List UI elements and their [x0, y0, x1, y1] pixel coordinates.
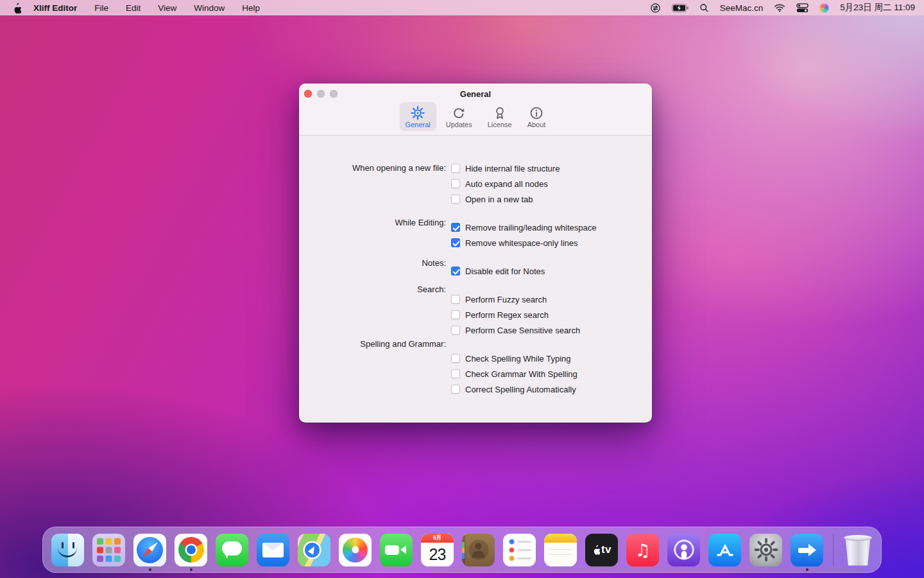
dock-facetime-icon[interactable] — [380, 534, 413, 566]
info-icon — [529, 105, 544, 120]
checkbox-label: Check Spelling While Typing — [465, 354, 571, 363]
checkbox-label: Check Grammar With Spelling — [465, 369, 578, 379]
dock-apple-tv-icon[interactable]: tv — [585, 534, 618, 566]
dock-safari-icon[interactable] — [133, 534, 166, 566]
menu-window[interactable]: Window — [194, 3, 225, 13]
siri-icon[interactable] — [819, 3, 829, 13]
checkbox[interactable] — [451, 195, 460, 204]
checkbox[interactable] — [451, 238, 460, 247]
dock-podcasts-icon[interactable] — [667, 534, 700, 566]
menubar-clock[interactable]: 5月23日 周二 11:09 — [840, 2, 915, 13]
dock-photos-icon[interactable] — [339, 534, 372, 566]
dock-chrome-icon[interactable] — [175, 534, 207, 566]
checkbox-row: Perform Fuzzy search — [451, 294, 547, 304]
checkbox-label: Perform Case Sensitive search — [465, 326, 580, 335]
menu-edit[interactable]: Edit — [126, 3, 141, 13]
checkbox[interactable] — [451, 179, 460, 188]
tab-general-label: General — [406, 121, 431, 128]
tab-license[interactable]: License — [482, 102, 518, 131]
tab-general[interactable]: General — [400, 102, 436, 131]
gear-icon — [411, 105, 425, 120]
checkbox[interactable] — [451, 369, 460, 378]
ribbon-icon — [492, 105, 507, 120]
dock-contacts-icon[interactable] — [462, 534, 495, 566]
running-indicator — [149, 568, 151, 571]
dock-music-icon[interactable]: ♫ — [626, 534, 659, 566]
dock: 5月 23 tv ♫ — [42, 527, 882, 573]
checkbox-row: Perform Case Sensitive search — [451, 325, 580, 335]
checkbox[interactable] — [451, 385, 460, 394]
checkbox-label: Disable edit for Notes — [465, 267, 545, 276]
menu-view[interactable]: View — [158, 3, 176, 13]
battery-charging-icon[interactable] — [672, 4, 689, 12]
menu-help[interactable]: Help — [242, 3, 260, 13]
checkbox-row: Perform Regex search — [451, 310, 549, 320]
checkbox[interactable] — [451, 326, 460, 335]
wifi-icon[interactable] — [774, 3, 785, 12]
checkbox-label: Hide internal file structure — [465, 164, 560, 173]
spotlight-icon[interactable] — [699, 3, 709, 13]
tab-about-label: About — [527, 121, 546, 128]
checkbox-row: Auto expand all nodes — [451, 179, 548, 189]
window-title: General — [299, 89, 652, 99]
tab-updates[interactable]: Updates — [440, 102, 478, 131]
menu-file[interactable]: File — [94, 3, 108, 13]
checkbox-label: Open in a new tab — [465, 195, 533, 204]
checkbox[interactable] — [451, 310, 460, 319]
checkbox-row: Remove trailing/leading whitespace — [451, 222, 597, 232]
tab-about[interactable]: About — [522, 102, 552, 131]
menu-app-name[interactable]: Xliff Editor — [33, 3, 77, 13]
calendar-day: 23 — [421, 543, 454, 566]
checkbox-row: Correct Spelling Automatically — [451, 384, 576, 394]
dock-calendar-icon[interactable]: 5月 23 — [421, 534, 454, 566]
checkbox-row: Disable edit for Notes — [451, 266, 545, 276]
group-label-notes: Notes: — [299, 258, 446, 268]
music-note-glyph: ♫ — [635, 541, 650, 559]
dock-reminders-icon[interactable] — [503, 534, 536, 566]
dock-notes-icon[interactable] — [544, 534, 577, 566]
checkbox-row: Check Grammar With Spelling — [451, 369, 578, 379]
group-label-opening: When opening a new file: — [299, 163, 446, 173]
checkbox[interactable] — [451, 267, 460, 276]
menu-bar: Xliff Editor File Edit View Window Help — [0, 0, 924, 15]
group-label-search: Search: — [299, 285, 446, 295]
tab-updates-label: Updates — [446, 121, 472, 128]
preferences-window: General General — [299, 83, 652, 423]
checkbox-label: Perform Regex search — [465, 310, 549, 320]
calendar-month: 5月 — [421, 534, 454, 543]
dock-xliff-editor-icon[interactable] — [791, 534, 823, 566]
checkbox[interactable] — [451, 164, 460, 173]
apple-menu-icon[interactable] — [12, 3, 21, 13]
toolbar-tabs: General Updates License — [299, 102, 652, 131]
group-label-spelling: Spelling and Grammar: — [299, 339, 446, 349]
dock-maps-icon[interactable] — [298, 534, 330, 566]
dock-launchpad-icon[interactable] — [92, 534, 125, 566]
dock-finder-icon[interactable] — [51, 534, 84, 566]
dock-separator — [833, 533, 834, 566]
checkbox-label: Auto expand all nodes — [465, 179, 548, 189]
checkbox-row: Open in a new tab — [451, 194, 533, 204]
update-arrows-icon — [452, 105, 466, 120]
checkbox-row: Hide internal file structure — [451, 163, 560, 173]
dock-system-preferences-icon[interactable] — [749, 534, 782, 566]
tab-license-label: License — [488, 121, 512, 128]
checkbox-row: Check Spelling While Typing — [451, 353, 571, 363]
dock-trash-icon[interactable] — [843, 534, 873, 566]
checkbox-row: Remove whitespace-only lines — [451, 238, 578, 248]
checkbox[interactable] — [451, 295, 460, 304]
running-indicator — [190, 568, 193, 571]
running-indicator — [806, 568, 809, 571]
control-center-icon[interactable] — [796, 3, 809, 13]
dock-mail-icon[interactable] — [257, 534, 289, 566]
checkbox-label: Correct Spelling Automatically — [465, 385, 576, 394]
apple-tv-label: tv — [601, 543, 612, 556]
dock-messages-icon[interactable] — [216, 534, 248, 566]
checkbox[interactable] — [451, 223, 460, 232]
switch-circle-icon[interactable] — [650, 3, 661, 13]
checkbox[interactable] — [451, 354, 460, 363]
dock-app-store-icon[interactable] — [708, 534, 741, 566]
network-name[interactable]: SeeMac.cn — [720, 3, 764, 13]
checkbox-label: Remove whitespace-only lines — [465, 238, 578, 248]
window-titlebar[interactable]: General General — [299, 83, 652, 136]
group-label-editing: While Editing: — [299, 218, 446, 228]
